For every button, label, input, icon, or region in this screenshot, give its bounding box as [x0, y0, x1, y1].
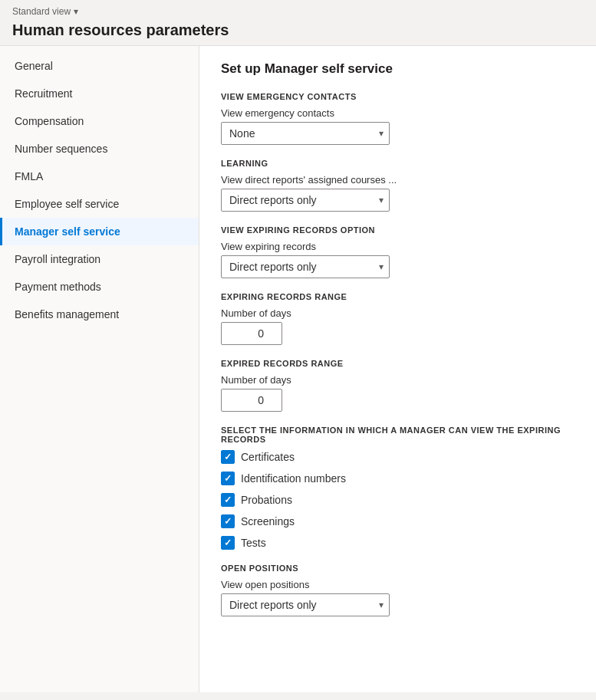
- view-emergency-contacts-label: View emergency contacts: [221, 107, 575, 119]
- view-expiring-records-select[interactable]: None Direct reports only All reports: [221, 255, 390, 278]
- checkbox-screenings-label: Screenings: [241, 515, 295, 527]
- checkbox-tests-label: Tests: [241, 537, 266, 549]
- learning-select-wrapper: None Direct reports only All reports ▾: [221, 189, 390, 212]
- sidebar-item-recruitment[interactable]: Recruitment: [0, 80, 199, 107]
- view-emergency-contacts-select[interactable]: None Direct reports only All reports: [221, 122, 390, 145]
- checkbox-tests[interactable]: ✓ Tests: [221, 536, 575, 550]
- view-emergency-contacts-group: VIEW EMERGENCY CONTACTS View emergency c…: [221, 92, 575, 145]
- page-title: Human resources parameters: [12, 18, 584, 42]
- select-information-section-label: SELECT THE INFORMATION IN WHICH A MANAGE…: [221, 426, 575, 444]
- expiring-records-range-label: Number of days: [221, 307, 575, 319]
- open-positions-field-label: View open positions: [221, 579, 575, 590]
- view-expiring-records-group: VIEW EXPIRING RECORDS OPTION View expiri…: [221, 225, 575, 278]
- page-header: Standard view ▾ Human resources paramete…: [0, 0, 596, 46]
- checkmark-icon: ✓: [224, 495, 232, 505]
- sidebar-item-fmla[interactable]: FMLA: [0, 163, 199, 190]
- checkbox-screenings[interactable]: ✓ Screenings: [221, 514, 575, 528]
- sidebar-item-employee-self-service[interactable]: Employee self service: [0, 190, 199, 218]
- checkbox-identification-numbers[interactable]: ✓ Identification numbers: [221, 472, 575, 485]
- checkbox-certificates-box: ✓: [221, 450, 235, 464]
- checkbox-certificates[interactable]: ✓ Certificates: [221, 450, 575, 464]
- open-positions-select-wrapper: None Direct reports only All reports ▾: [221, 593, 390, 616]
- expired-records-range-label: Number of days: [221, 374, 575, 386]
- checkbox-probations-label: Probations: [241, 494, 292, 506]
- sidebar: General Recruitment Compensation Number …: [0, 46, 199, 692]
- checkbox-screenings-box: ✓: [221, 514, 235, 528]
- checkmark-icon: ✓: [224, 473, 232, 484]
- checkbox-identification-numbers-box: ✓: [221, 472, 235, 485]
- checkbox-identification-numbers-label: Identification numbers: [241, 472, 346, 485]
- main-layout: General Recruitment Compensation Number …: [0, 46, 596, 692]
- learning-group: LEARNING View direct reports' assigned c…: [221, 159, 575, 212]
- content-area: Set up Manager self service VIEW EMERGEN…: [199, 46, 596, 692]
- expired-records-range-section-label: EXPIRED RECORDS RANGE: [221, 359, 575, 368]
- sidebar-item-benefits-management[interactable]: Benefits management: [0, 301, 199, 328]
- checkbox-group: ✓ Certificates ✓ Identification numbers …: [221, 450, 575, 550]
- checkmark-icon: ✓: [224, 516, 232, 527]
- learning-section-label: LEARNING: [221, 159, 575, 168]
- checkbox-probations-box: ✓: [221, 493, 235, 507]
- sidebar-item-manager-self-service[interactable]: Manager self service: [0, 218, 199, 245]
- open-positions-section-label: OPEN POSITIONS: [221, 564, 575, 573]
- expiring-records-range-group: EXPIRING RECORDS RANGE Number of days: [221, 292, 575, 345]
- sidebar-item-payroll-integration[interactable]: Payroll integration: [0, 245, 199, 273]
- expiring-records-range-section-label: EXPIRING RECORDS RANGE: [221, 292, 575, 301]
- learning-field-label: View direct reports' assigned courses ..…: [221, 174, 575, 186]
- checkbox-tests-box: ✓: [221, 536, 235, 550]
- checkmark-icon: ✓: [224, 537, 232, 548]
- sidebar-item-general[interactable]: General: [0, 52, 199, 80]
- standard-view-button[interactable]: Standard view ▾: [12, 6, 584, 17]
- select-information-group: SELECT THE INFORMATION IN WHICH A MANAGE…: [221, 426, 575, 550]
- chevron-down-icon: ▾: [74, 6, 78, 17]
- open-positions-select[interactable]: None Direct reports only All reports: [221, 593, 390, 616]
- view-expiring-records-select-wrapper: None Direct reports only All reports ▾: [221, 255, 390, 278]
- open-positions-group: OPEN POSITIONS View open positions None …: [221, 564, 575, 616]
- expired-records-range-group: EXPIRED RECORDS RANGE Number of days: [221, 359, 575, 412]
- checkmark-icon: ✓: [224, 452, 232, 462]
- sidebar-item-compensation[interactable]: Compensation: [0, 107, 199, 135]
- checkbox-certificates-label: Certificates: [241, 451, 295, 463]
- sidebar-item-number-sequences[interactable]: Number sequences: [0, 135, 199, 163]
- view-emergency-contacts-select-wrapper: None Direct reports only All reports ▾: [221, 122, 390, 145]
- view-expiring-records-label: View expiring records: [221, 241, 575, 252]
- standard-view-label: Standard view: [12, 6, 71, 17]
- expired-records-range-input[interactable]: [221, 389, 282, 412]
- expiring-records-range-input[interactable]: [221, 322, 282, 345]
- content-section-title: Set up Manager self service: [221, 61, 575, 77]
- checkbox-probations[interactable]: ✓ Probations: [221, 493, 575, 507]
- sidebar-item-payment-methods[interactable]: Payment methods: [0, 273, 199, 301]
- learning-select[interactable]: None Direct reports only All reports: [221, 189, 390, 212]
- view-expiring-records-section-label: VIEW EXPIRING RECORDS OPTION: [221, 225, 575, 235]
- view-emergency-contacts-section-label: VIEW EMERGENCY CONTACTS: [221, 92, 575, 101]
